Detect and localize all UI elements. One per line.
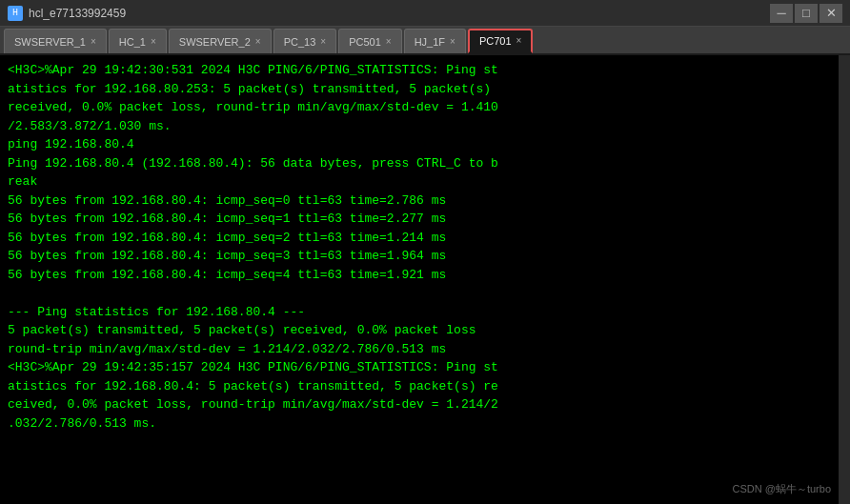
- tab-swserver1[interactable]: SWSERVER_1×: [4, 29, 107, 53]
- title-bar: H hcl_e77133992459 ─ □ ✕: [0, 0, 850, 27]
- window-controls: ─ □ ✕: [770, 4, 842, 23]
- tab-close-swserver1[interactable]: ×: [91, 37, 96, 47]
- tab-label-swserver1: SWSERVER_1: [14, 36, 86, 48]
- minimize-button[interactable]: ─: [770, 4, 793, 23]
- close-button[interactable]: ✕: [820, 4, 842, 23]
- terminal-area[interactable]: <H3C>%Apr 29 19:42:30:531 2024 H3C PING/…: [0, 55, 850, 504]
- tab-pc13[interactable]: PC_13×: [273, 29, 336, 53]
- tab-label-hj1f: HJ_1F: [415, 36, 445, 48]
- window-title: hcl_e77133992459: [29, 7, 126, 20]
- tab-hj1f[interactable]: HJ_1F×: [404, 29, 466, 53]
- tab-swserver2[interactable]: SWSERVER_2×: [169, 29, 272, 53]
- title-bar-left: H hcl_e77133992459: [8, 6, 126, 21]
- tab-close-pc701[interactable]: ×: [516, 36, 522, 46]
- tab-hc1[interactable]: HC_1×: [109, 29, 167, 53]
- tab-close-hj1f[interactable]: ×: [450, 37, 455, 47]
- tab-label-pc501: PC501: [349, 36, 381, 48]
- app-icon: H: [8, 6, 23, 21]
- maximize-button[interactable]: □: [795, 4, 818, 23]
- tab-close-hc1[interactable]: ×: [151, 37, 156, 47]
- tab-label-hc1: HC_1: [119, 36, 146, 48]
- tab-close-pc13[interactable]: ×: [320, 37, 326, 47]
- tab-label-pc13: PC_13: [284, 36, 316, 48]
- tab-close-pc501[interactable]: ×: [386, 37, 392, 47]
- tab-bar: SWSERVER_1×HC_1×SWSERVER_2×PC_13×PC501×H…: [0, 27, 850, 55]
- tab-label-pc701: PC701: [479, 35, 512, 47]
- watermark: CSDN @蜗牛～turbo: [733, 481, 831, 497]
- tab-label-swserver2: SWSERVER_2: [179, 36, 251, 48]
- terminal-content: <H3C>%Apr 29 19:42:30:531 2024 H3C PING/…: [8, 61, 842, 433]
- tab-pc501[interactable]: PC501×: [338, 29, 401, 53]
- tab-pc701[interactable]: PC701×: [468, 29, 533, 53]
- tab-close-swserver2[interactable]: ×: [255, 37, 261, 47]
